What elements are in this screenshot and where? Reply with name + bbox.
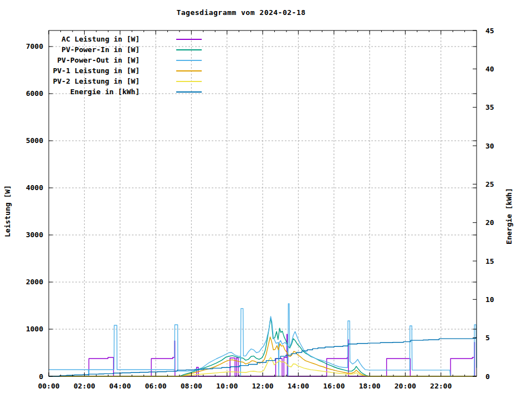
svg-text:2000: 2000 [26,278,43,286]
legend-swatch-pv-2-leistung-in-w [176,81,202,82]
svg-text:30: 30 [485,142,494,150]
svg-text:3000: 3000 [26,231,43,239]
x-axis-tick-labels: 00:0002:0004:0006:0008:0010:0012:0014:00… [38,382,452,390]
svg-text:5: 5 [485,334,490,342]
svg-text:04:00: 04:00 [109,382,131,390]
svg-text:00:00: 00:00 [38,382,59,390]
svg-text:14:00: 14:00 [288,382,309,390]
legend-item-energie-in-kwh: Energie in [kWh] [0,87,211,97]
svg-text:12:00: 12:00 [252,382,273,390]
legend-label: PV-1 Leistung in [W] [34,66,140,76]
y-right-tick-labels: 051015202530354045 [485,27,494,381]
svg-text:25: 25 [485,180,494,188]
svg-text:10:00: 10:00 [216,382,238,390]
legend-label: AC Leistung in [W] [34,34,140,44]
svg-text:16:00: 16:00 [323,382,345,390]
legend-item-pv-1-leistung-in-w: PV-1 Leistung in [W] [0,66,211,76]
legend-label: PV-Power-Out in [W] [34,55,140,65]
svg-text:10: 10 [485,295,494,304]
svg-text:1000: 1000 [26,325,43,333]
svg-text:0: 0 [485,372,490,381]
svg-text:08:00: 08:00 [181,382,202,390]
svg-text:02:00: 02:00 [74,382,95,390]
svg-text:40: 40 [485,65,494,73]
legend-swatch-pv-1-leistung-in-w [176,70,202,71]
legend-label: PV-Power-In in [W] [34,45,140,55]
legend-swatch-ac-leistung-in-w [176,39,202,40]
svg-text:06:00: 06:00 [145,382,166,390]
legend-label: Energie in [kWh] [34,87,140,97]
legend-swatch-pv-power-in-in-w [176,49,202,50]
svg-text:35: 35 [485,103,494,111]
svg-text:4000: 4000 [26,183,43,192]
svg-text:15: 15 [485,257,494,265]
legend-item-pv-2-leistung-in-w: PV-2 Leistung in [W] [0,76,211,86]
daily-diagram-chart: Tagesdiagramm vom 2024-02-18 Leistung [W… [0,0,532,399]
legend-label: PV-2 Leistung in [W] [34,76,140,86]
legend-item-ac-leistung-in-w: AC Leistung in [W] [0,34,211,44]
svg-text:20: 20 [485,218,494,227]
svg-text:0: 0 [39,372,43,381]
svg-text:45: 45 [485,27,494,35]
legend-swatch-energie-in-kwh [176,91,202,93]
svg-text:20:00: 20:00 [395,382,416,390]
legend-swatch-pv-power-out-in-w [176,60,202,61]
legend-item-pv-power-out-in-w: PV-Power-Out in [W] [0,55,211,65]
svg-text:5000: 5000 [26,136,43,145]
svg-text:18:00: 18:00 [359,382,380,390]
legend-item-pv-power-in-in-w: PV-Power-In in [W] [0,45,211,55]
svg-text:22:00: 22:00 [430,382,452,390]
